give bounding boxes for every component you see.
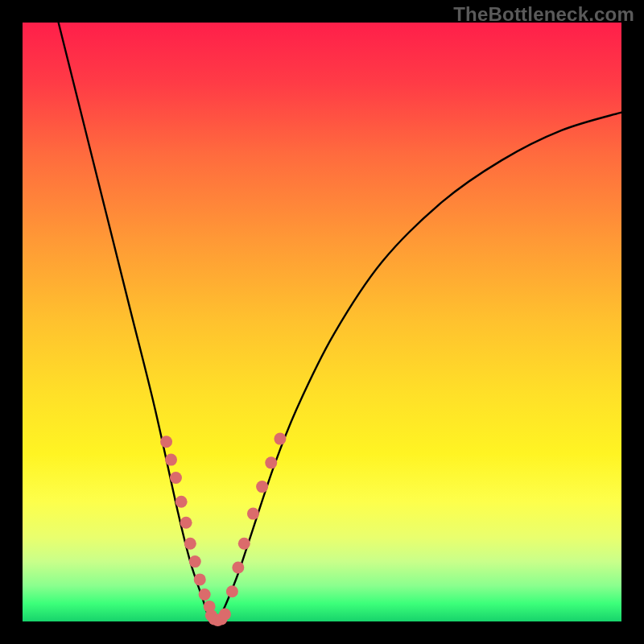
watermark-text: TheBottleneck.com [453, 3, 634, 26]
curve-marker [165, 454, 177, 466]
curve-marker [219, 609, 231, 621]
curve-marker [170, 472, 182, 484]
curve-marker [256, 481, 268, 493]
curve-marker [199, 588, 211, 601]
chart-frame: TheBottleneck.com [0, 0, 644, 644]
curve-markers [160, 433, 286, 626]
curve-marker [274, 433, 286, 445]
curve-marker [184, 538, 196, 550]
curve-marker [232, 562, 244, 574]
curve-marker [238, 538, 250, 550]
curve-marker [175, 496, 188, 508]
bottleneck-curve [59, 23, 621, 621]
curve-marker [247, 508, 259, 520]
curve-marker [265, 456, 277, 469]
curve-marker [226, 585, 238, 597]
curve-marker [194, 573, 206, 585]
plot-area [23, 23, 621, 621]
curve-marker [180, 517, 192, 529]
curve-marker [189, 555, 201, 568]
curve-svg [23, 23, 621, 621]
curve-marker [160, 436, 172, 448]
